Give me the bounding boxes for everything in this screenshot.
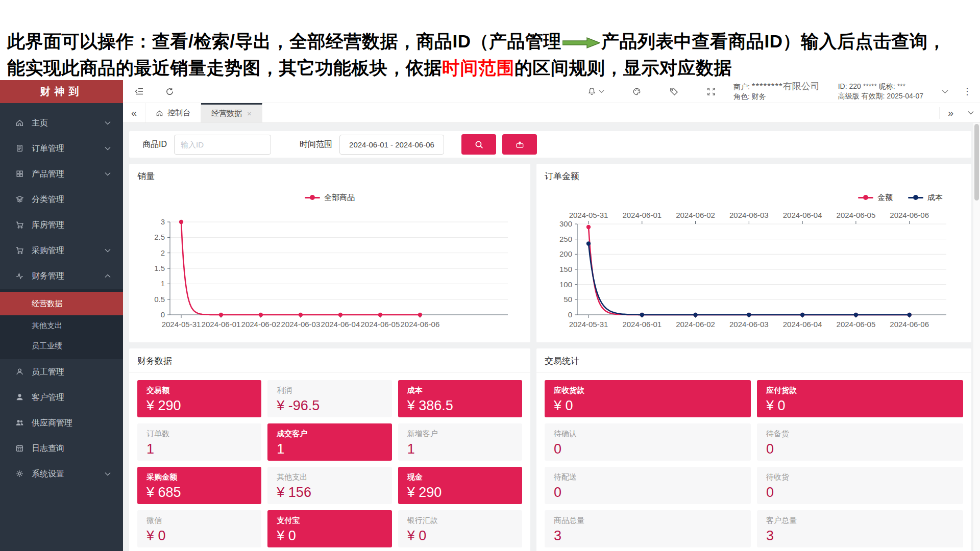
svg-text:2024-06-01: 2024-06-01 <box>622 320 662 329</box>
svg-text:1.5: 1.5 <box>154 264 165 272</box>
sidebar-item-home[interactable]: 主页 <box>0 110 123 136</box>
sidebar-subitem-employee-performance[interactable]: 员工业绩 <box>0 336 123 356</box>
card-label: 交易额 <box>146 386 252 395</box>
finance-card: 订单数1 <box>137 423 261 461</box>
svg-text:2024-06-02: 2024-06-02 <box>676 320 715 329</box>
card-value: ¥ 0 <box>554 398 742 414</box>
sidebar-item-orders[interactable]: 订单管理 <box>0 136 123 161</box>
annotation-highlight: 时间范围 <box>442 58 514 78</box>
tab-close-icon[interactable]: × <box>247 109 252 118</box>
sidebar-item-label: 员工管理 <box>32 367 111 378</box>
svg-text:2024-06-05: 2024-06-05 <box>361 320 400 329</box>
export-button[interactable] <box>502 134 537 155</box>
tabs-scroll-left[interactable]: « <box>123 103 145 122</box>
account-chevron-down-icon[interactable] <box>942 89 948 94</box>
sidebar-item-employees[interactable]: 员工管理 <box>0 359 123 385</box>
sidebar-item-customers[interactable]: 客户管理 <box>0 385 123 410</box>
card-value: 0 <box>554 441 742 457</box>
date-range-input[interactable]: 2024-06-01 - 2024-06-06 <box>339 135 444 155</box>
sales-chart-legend: 全部商品 <box>129 188 530 207</box>
card-value: 0 <box>554 485 742 500</box>
card-label: 采购金额 <box>146 472 252 482</box>
finance-card: 其他支出¥ 156 <box>267 467 391 504</box>
notifications-bell-icon[interactable] <box>587 87 604 96</box>
sidebar-item-label: 供应商管理 <box>32 418 111 429</box>
content-area: 商品ID 时间范围 2024-06-01 - 2024-06-06 销量 全部商… <box>123 123 980 551</box>
card-value: 1 <box>277 441 382 457</box>
finance-card: 交易额¥ 290 <box>137 380 261 417</box>
chevron-down-icon <box>105 146 111 151</box>
sidebar-item-label: 库房管理 <box>32 220 111 231</box>
card-label: 新增客户 <box>407 429 513 439</box>
top-header: 商户: ********有限公司 角色: 财务 ID: 220 ***** 昵称… <box>123 80 980 103</box>
finance-card: 现金¥ 290 <box>398 467 522 504</box>
annotation-line1: 此界面可以操作：查看/检索/导出，全部经营数据，商品ID（产品管理产品列表中查看… <box>7 29 973 55</box>
legend-item-成本[interactable]: 成本 <box>908 193 943 203</box>
legend-marker-icon <box>858 195 873 200</box>
page-scrollbar[interactable] <box>973 123 980 551</box>
card-label: 银行汇款 <box>407 516 513 525</box>
sidebar-item-logs[interactable]: 日志查询 <box>0 436 123 461</box>
card-label: 利润 <box>277 386 382 395</box>
chevron-down-icon <box>105 121 111 125</box>
sidebar-item-categories[interactable]: 分类管理 <box>0 187 123 212</box>
tag-icon[interactable] <box>669 87 679 96</box>
tab-console[interactable]: 控制台 <box>145 103 201 122</box>
search-button[interactable] <box>461 134 496 155</box>
theme-palette-icon[interactable] <box>632 87 642 96</box>
sidebar-item-finance[interactable]: 财务管理 <box>0 263 123 289</box>
trade-stats-title: 交易统计 <box>536 348 971 373</box>
cart-icon <box>15 246 24 255</box>
kebab-menu-icon[interactable]: ⋮ <box>960 86 975 97</box>
svg-text:0.5: 0.5 <box>154 295 165 304</box>
svg-text:50: 50 <box>564 295 572 304</box>
product-id-input[interactable] <box>174 135 271 155</box>
sidebar-item-settings[interactable]: 系统设置 <box>0 461 123 487</box>
card-label: 成本 <box>407 386 513 395</box>
collapse-menu-icon[interactable] <box>134 86 144 96</box>
sidebar-item-suppliers[interactable]: 供应商管理 <box>0 410 123 436</box>
legend-marker-icon <box>305 195 320 200</box>
tabs-dropdown-icon[interactable] <box>962 111 980 115</box>
svg-text:300: 300 <box>559 219 572 228</box>
svg-text:2024-05-31: 2024-05-31 <box>162 320 201 329</box>
card-value: ¥ 0 <box>766 398 954 414</box>
legend-item-金额[interactable]: 金额 <box>858 193 893 203</box>
tab-business-data[interactable]: 经营数据 × <box>201 103 262 122</box>
finance-data-title: 财务数据 <box>129 348 530 373</box>
sidebar: 财神到 主页订单管理产品管理分类管理库房管理采购管理财务管理经营数据其他支出员工… <box>0 80 123 551</box>
legend-item-全部商品[interactable]: 全部商品 <box>305 193 355 203</box>
refresh-icon[interactable] <box>165 87 175 96</box>
sidebar-item-purchasing[interactable]: 采购管理 <box>0 238 123 263</box>
svg-text:2024-06-06: 2024-06-06 <box>890 320 929 329</box>
sidebar-item-label: 财务管理 <box>32 271 105 282</box>
order-amount-line-chart: 0501001502002503002024-05-312024-05-3120… <box>536 207 954 335</box>
sidebar-item-warehouse[interactable]: 库房管理 <box>0 212 123 238</box>
sidebar-item-label: 主页 <box>32 118 105 129</box>
trade-card: 待配送0 <box>545 467 751 504</box>
home-icon <box>156 109 163 117</box>
card-label: 微信 <box>146 516 252 525</box>
sidebar-item-label: 分类管理 <box>32 194 111 205</box>
svg-text:2024-06-03: 2024-06-03 <box>729 320 769 329</box>
svg-text:3: 3 <box>161 217 165 226</box>
tabs-scroll-right[interactable]: » <box>939 107 962 119</box>
sidebar-item-label: 系统设置 <box>32 469 105 480</box>
sidebar-subitem-other-expenses[interactable]: 其他支出 <box>0 315 123 336</box>
sidebar-subitem-business-data[interactable]: 经营数据 <box>0 292 123 315</box>
svg-text:2024-06-04: 2024-06-04 <box>783 211 822 219</box>
scrollbar-thumb[interactable] <box>974 124 979 201</box>
trade-card: 商品总量3 <box>545 510 751 547</box>
legend-marker-icon <box>908 195 923 200</box>
card-label: 待备货 <box>766 429 954 439</box>
card-label: 其他支出 <box>277 472 382 482</box>
card-value: 1 <box>407 441 513 457</box>
sidebar-item-products[interactable]: 产品管理 <box>0 161 123 187</box>
card-label: 成交客户 <box>277 429 382 439</box>
card-label: 应付货款 <box>766 386 954 395</box>
svg-text:2024-06-02: 2024-06-02 <box>676 211 715 219</box>
trade-cards-grid: 应收货款¥ 0应付货款¥ 0待确认0待备货0待配送0待收货0商品总量3客户总量3 <box>536 373 971 551</box>
svg-text:2: 2 <box>161 248 165 257</box>
fullscreen-icon[interactable] <box>706 87 716 96</box>
finance-card: 利润¥ -96.5 <box>267 380 391 417</box>
